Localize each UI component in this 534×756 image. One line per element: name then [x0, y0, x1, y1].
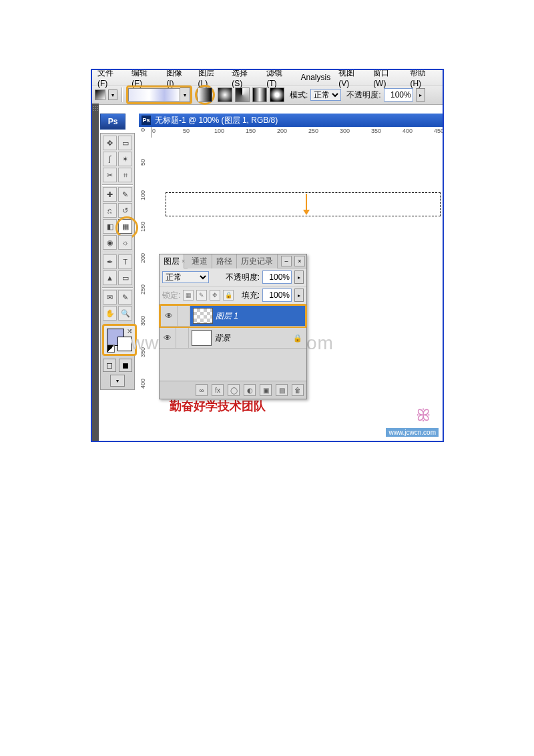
link-layers-button[interactable]: ∞: [196, 384, 208, 396]
layer-thumbnail[interactable]: [192, 330, 212, 346]
gradient-dropdown[interactable]: ▾: [180, 87, 190, 102]
lock-transparency-icon[interactable]: ▦: [183, 290, 194, 301]
move-tool[interactable]: ✥: [103, 136, 117, 150]
pen-tool[interactable]: ✒: [103, 254, 117, 269]
path-select-tool[interactable]: ▲: [103, 270, 117, 285]
opacity-label: 不透明度:: [346, 89, 380, 101]
gradient-tool[interactable]: ▦: [118, 219, 132, 234]
tab-layers[interactable]: 图层: [160, 254, 184, 268]
lock-icon: 🔒: [293, 334, 302, 343]
crop-tool[interactable]: ✂: [103, 168, 117, 182]
layer-opacity-flyout[interactable]: ▸: [294, 270, 304, 284]
new-group-button[interactable]: ▣: [260, 384, 272, 396]
layers-panel[interactable]: 图层 × 通道 路径 历史记录 – × 正常 不透明度: ▸ 锁定: ▦ ✎ ✥…: [159, 254, 307, 399]
butterfly-icon: ꕥ: [416, 406, 431, 425]
ruler-v-tick: 350: [140, 347, 146, 357]
gradient-preview[interactable]: [128, 88, 180, 102]
menu-select[interactable]: 选择(S): [228, 69, 262, 89]
tab-close-icon[interactable]: ×: [182, 258, 185, 264]
wand-tool[interactable]: ✶: [118, 152, 132, 166]
panel-dock-strip: [92, 104, 99, 441]
blur-tool[interactable]: ◉: [103, 235, 117, 250]
ruler-v-tick: 250: [140, 285, 146, 295]
lasso-tool[interactable]: ʃ: [103, 152, 117, 166]
tab-channels[interactable]: 通道: [188, 254, 212, 268]
opacity-input[interactable]: [384, 88, 413, 102]
brush-tool[interactable]: ✎: [118, 187, 132, 202]
document-titlebar[interactable]: Ps 无标题-1 @ 100% (图层 1, RGB/8): [139, 114, 443, 128]
standard-mode-button[interactable]: ◻: [103, 359, 116, 372]
panel-minimize-button[interactable]: –: [281, 256, 292, 266]
ruler-h-tick: 150: [246, 128, 256, 134]
menu-bar: 文件(F) 编辑(E) 图像(I) 图层(L) 选择(S) 滤镜(T) Anal…: [92, 70, 443, 85]
stamp-tool[interactable]: ⎌: [103, 203, 117, 218]
lock-pixels-icon[interactable]: ✎: [196, 290, 207, 301]
link-column[interactable]: [178, 306, 190, 326]
gradient-radial-button[interactable]: [218, 87, 232, 102]
screenmode-button[interactable]: ▾: [110, 375, 125, 387]
shape-tool[interactable]: ▭: [118, 270, 132, 285]
dodge-tool[interactable]: ☼: [118, 235, 132, 250]
menu-view[interactable]: 视图(V): [334, 69, 369, 89]
gradient-reflected-button[interactable]: [252, 87, 267, 102]
gradient-angle-button[interactable]: [235, 87, 250, 102]
tab-history[interactable]: 历史记录: [237, 254, 278, 268]
menu-window[interactable]: 窗口(W): [369, 69, 406, 89]
link-column[interactable]: [176, 328, 189, 348]
eyedropper-tool[interactable]: ✎: [118, 290, 132, 305]
visibility-eye-icon[interactable]: 👁: [161, 306, 178, 326]
layer-blend-select[interactable]: 正常: [162, 271, 209, 283]
layer-opacity-input[interactable]: [262, 270, 292, 284]
swap-colors-icon[interactable]: ⤭: [127, 327, 132, 335]
adjustment-layer-button[interactable]: ◐: [244, 384, 256, 396]
tab-paths[interactable]: 路径: [212, 254, 237, 268]
fill-label: 填充:: [242, 290, 260, 301]
layer-mask-button[interactable]: ◯: [228, 384, 240, 396]
background-color[interactable]: [117, 337, 132, 351]
menu-analysis[interactable]: Analysis: [296, 71, 334, 83]
color-swatch-highlight: ⤭: [102, 324, 137, 356]
menu-help[interactable]: 帮助(H): [406, 69, 441, 89]
ruler-v-tick: 400: [140, 379, 146, 389]
marquee-tool[interactable]: ▭: [118, 136, 132, 150]
lock-position-icon[interactable]: ✥: [210, 290, 220, 301]
slice-tool[interactable]: ⌗: [118, 168, 132, 182]
default-colors-icon[interactable]: [107, 345, 115, 353]
layer-list: 👁 图层 1 👁 背景 🔒: [160, 304, 306, 381]
opacity-flyout[interactable]: ▸: [416, 88, 425, 102]
panel-close-button[interactable]: ×: [294, 256, 305, 266]
layer-name[interactable]: 背景: [214, 333, 293, 344]
layer-fx-button[interactable]: fx: [212, 384, 224, 396]
notes-tool[interactable]: ✉: [103, 290, 117, 305]
ruler-h-tick: 0: [152, 128, 156, 134]
menu-filter[interactable]: 滤镜(T): [262, 69, 296, 89]
ruler-h-tick: 250: [308, 128, 318, 134]
history-brush-tool[interactable]: ↺: [118, 203, 132, 218]
quickmask-button[interactable]: ◼: [119, 359, 132, 372]
tool-preset-icon[interactable]: [95, 89, 105, 100]
fill-flyout[interactable]: ▸: [294, 289, 304, 302]
gradient-diamond-button[interactable]: [270, 87, 284, 102]
hand-tool[interactable]: ✋: [103, 306, 117, 321]
type-tool[interactable]: T: [118, 254, 132, 269]
delete-layer-button[interactable]: 🗑: [292, 384, 304, 396]
blend-mode-select[interactable]: 正常: [310, 89, 341, 101]
layer-thumbnail[interactable]: [193, 308, 213, 324]
eraser-tool[interactable]: ◧: [103, 219, 117, 234]
lock-all-icon[interactable]: 🔒: [223, 290, 234, 301]
new-layer-button[interactable]: ▤: [276, 384, 288, 396]
layer-row[interactable]: 👁 背景 🔒: [160, 328, 306, 349]
layer-row[interactable]: 👁 图层 1: [161, 306, 305, 327]
ruler-v-tick: 300: [140, 316, 146, 326]
ruler-h-tick: 350: [371, 128, 381, 134]
zoom-tool[interactable]: 🔍: [118, 306, 132, 321]
heal-tool[interactable]: ✚: [103, 187, 117, 202]
visibility-eye-icon[interactable]: 👁: [160, 328, 176, 348]
tool-preset-dropdown[interactable]: ▾: [108, 89, 117, 100]
fill-input[interactable]: [262, 289, 292, 302]
layer-name[interactable]: 图层 1: [216, 311, 305, 322]
menu-file[interactable]: 文件(F): [93, 69, 127, 89]
gradient-linear-button[interactable]: [198, 87, 212, 102]
ruler-h-tick: 400: [403, 128, 413, 134]
jcwcn-watermark: www.jcwcn.com: [386, 428, 439, 437]
